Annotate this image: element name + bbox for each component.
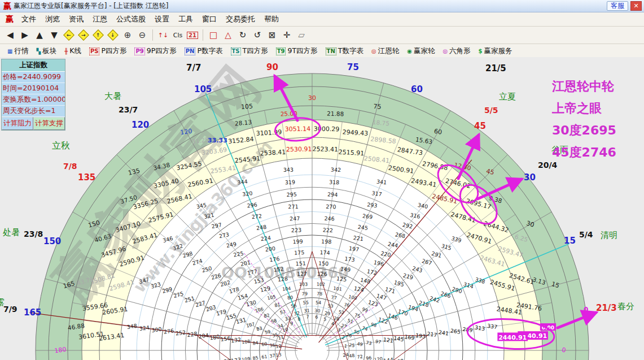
- wheel-outer-label-29: 0: [584, 306, 588, 314]
- toolbar-item-quote[interactable]: ▦行情: [3, 45, 32, 57]
- rotate-cw-icon[interactable]: ↻: [236, 28, 249, 42]
- toolbar-item-kline[interactable]: ╫K线: [60, 45, 85, 57]
- pan-down-icon[interactable]: ↓: [106, 28, 120, 42]
- toolbar-item-hexagon[interactable]: ◎六角形: [439, 45, 474, 57]
- spiral-number: 344: [237, 178, 248, 185]
- menu-item-5[interactable]: 设置: [150, 13, 174, 25]
- toolbar-item-9p-square[interactable]: P99P四方形: [130, 45, 180, 57]
- wheel-outer-label-8: 120: [132, 120, 149, 130]
- gann-eye-note: 江恩轮中轮上帝之眼30度269545度2746: [552, 75, 616, 163]
- spiral-number: 341: [376, 178, 387, 185]
- quote-label: 行情: [14, 46, 28, 56]
- wheel-outer-label-0: 7/7: [186, 63, 201, 73]
- 9p-square-label: 9P四方形: [147, 46, 177, 56]
- rotate-ccw-icon[interactable]: ↺: [251, 28, 264, 42]
- p-square-icon: PS: [89, 47, 100, 55]
- menu-item-3[interactable]: 江恩: [88, 13, 112, 25]
- symbol-data-panel: 上证指数 价格=2440.9099时间=20190104变换系数=1.00000…: [1, 59, 65, 131]
- spiral-number: 293: [367, 201, 378, 209]
- main-toolbar: ◀▶▲▼←→↑↓⊕⊖↑↓Cls21□△↻↺⊠✛▱: [0, 27, 644, 44]
- app-logo-icon: 赢: [3, 1, 11, 11]
- toolbar-item-t-table[interactable]: TNT数字表: [322, 45, 367, 57]
- gann-wheel-label: 江恩轮: [378, 46, 400, 56]
- spiral-number: 85: [252, 355, 259, 360]
- spiral-number: 24: [343, 352, 349, 358]
- panel-row-3: 周天变化步长=1: [2, 106, 65, 117]
- spiral-number: 60: [261, 341, 268, 347]
- down-icon[interactable]: ▼: [47, 28, 61, 42]
- calc-resistance-button[interactable]: 计算阻力: [2, 117, 33, 130]
- spiral-number: 246: [324, 215, 335, 222]
- triangle-tool-icon[interactable]: △: [221, 28, 235, 42]
- forward-icon[interactable]: ▶: [18, 28, 32, 42]
- menu-item-8[interactable]: 交易委托: [221, 13, 260, 25]
- toolbar-item-gann-wheel[interactable]: ◎江恩轮: [367, 45, 403, 57]
- spiral-number: 317: [371, 190, 382, 197]
- up-icon[interactable]: ▲: [33, 28, 46, 42]
- price-small-value: 2523.41: [312, 145, 338, 153]
- pan-right-icon[interactable]: →: [77, 28, 90, 42]
- wheel-outer-label-20: 150: [43, 236, 61, 246]
- board-icon[interactable]: ▱: [295, 28, 308, 42]
- calc-support-button[interactable]: 计算支撑: [33, 117, 65, 130]
- spiral-number: 200: [265, 245, 275, 253]
- scale-icon[interactable]: ↑↓: [156, 28, 170, 42]
- close-button[interactable]: ✕: [630, 1, 642, 11]
- spiral-number: 48: [349, 353, 355, 359]
- zoom-out-icon[interactable]: ⊖: [135, 28, 149, 42]
- gann-wheel-canvas[interactable]: 赢家财富网www.yingjia360.comQQ:10080036001530…: [0, 57, 644, 360]
- spiral-number: 30: [314, 308, 321, 313]
- spiral-number: 103: [299, 281, 308, 287]
- zoom-in-icon[interactable]: ⊕: [121, 28, 134, 42]
- customer-service-button[interactable]: 客服: [607, 1, 628, 11]
- toolbar-item-9t-square[interactable]: T99T四方形: [272, 45, 322, 57]
- toolbar-item-winner-wheel[interactable]: ◉赢家轮: [403, 45, 439, 57]
- menu-item-7[interactable]: 窗口: [198, 13, 221, 25]
- pan-left-icon[interactable]: ←: [62, 28, 76, 42]
- menu-item-9[interactable]: 帮助: [260, 13, 283, 25]
- wheel-outer-label-26: 165: [24, 307, 41, 318]
- 9p-square-icon: P9: [134, 47, 144, 55]
- toolbar-item-sectors[interactable]: ▚板块: [32, 45, 60, 57]
- menu-logo-icon: 赢: [6, 14, 14, 24]
- winner-service-label: 赢家服务: [484, 46, 512, 56]
- spiral-number: 272: [251, 212, 262, 220]
- wheel-outer-label-1: 90: [266, 62, 278, 72]
- toolbar-separator: [203, 29, 203, 41]
- cls-icon[interactable]: Cls: [171, 28, 185, 42]
- toolbar-item-p-square[interactable]: PSP四方形: [85, 45, 131, 57]
- panel-row-1: 时间=20190104: [2, 83, 65, 94]
- wheel-outer-label-6: 大暑: [104, 91, 121, 101]
- spiral-number: 37: [269, 353, 275, 359]
- rect-tool-icon[interactable]: □: [207, 28, 220, 42]
- spiral-number: 199: [292, 238, 303, 245]
- back-icon[interactable]: ◀: [3, 28, 17, 42]
- menu-item-1[interactable]: 浏览: [41, 13, 64, 25]
- toolbar-item-p-table[interactable]: PNP数字表: [181, 45, 227, 57]
- pan-up-icon[interactable]: ↑: [91, 28, 105, 42]
- wheel-outer-label-25: 7/9: [3, 305, 17, 314]
- menu-item-2[interactable]: 资讯: [64, 13, 88, 25]
- calendar-icon[interactable]: 21: [186, 28, 199, 42]
- spiral-number: 271: [288, 203, 299, 210]
- spiral-number: 245: [357, 224, 368, 231]
- t-table-icon: TN: [326, 47, 336, 55]
- spiral-number: 343: [283, 166, 294, 173]
- spiral-number: 294: [327, 191, 338, 198]
- spiral-number: 31: [304, 308, 310, 313]
- menu-item-4[interactable]: 公式选股: [112, 13, 150, 25]
- menu-item-0[interactable]: 文件: [17, 13, 41, 25]
- wheel-outer-label-9: 立夏: [499, 92, 516, 102]
- spiral-number: 36: [269, 342, 275, 348]
- menu-item-6[interactable]: 工具: [174, 13, 198, 25]
- spiral-number: 320: [242, 190, 253, 197]
- toolbar-item-winner-service[interactable]: $赢家服务: [475, 45, 516, 57]
- menubar: 赢 文件浏览资讯江恩公式选股设置工具窗口交易委托帮助: [0, 12, 644, 27]
- box-x-icon[interactable]: ⊠: [265, 28, 279, 42]
- center-icon[interactable]: ✛: [280, 28, 293, 42]
- spiral-number: 78: [317, 291, 323, 296]
- spiral-number: 197: [349, 245, 360, 253]
- spiral-number: 55: [303, 300, 309, 305]
- toolbar-item-t-square[interactable]: TST四方形: [227, 45, 272, 57]
- spiral-number: 29: [325, 311, 331, 316]
